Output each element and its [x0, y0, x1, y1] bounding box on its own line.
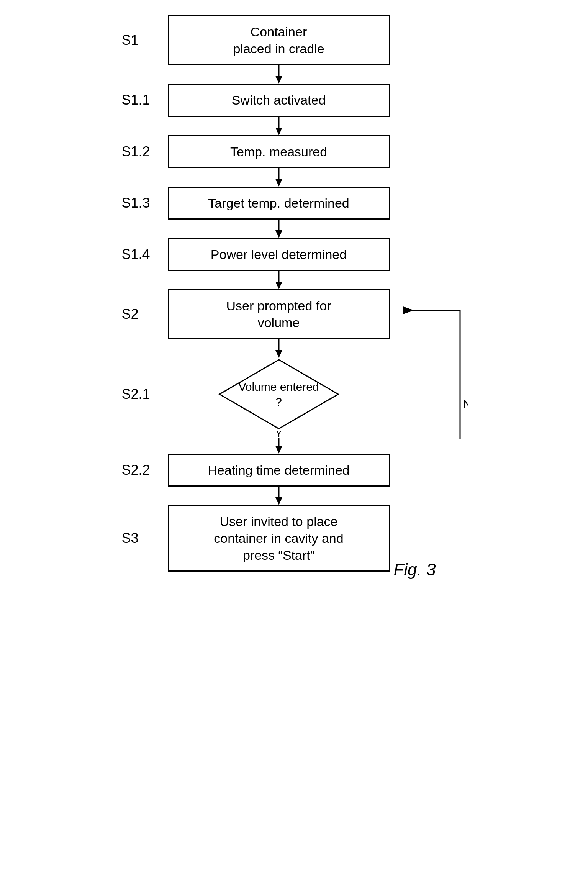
label-s22: S2.2 [122, 462, 168, 478]
box-s2: User prompted forvolume [168, 289, 390, 339]
box-s22: Heating time determined [168, 454, 390, 487]
svg-marker-9 [275, 282, 282, 289]
step-s13-row: S1.3 Target temp. determined [122, 187, 467, 220]
box-s13: Target temp. determined [168, 187, 390, 220]
step-s22-row: S2.2 Heating time determined [122, 454, 467, 487]
figure-label: Fig. 3 [393, 560, 436, 579]
box-s11: Switch activated [168, 84, 390, 116]
box-s14: Power level determined [168, 238, 390, 271]
step-s14-row: S1.4 Power level determined [122, 238, 467, 271]
step-s21-row: S2.1 Volume entered? [122, 358, 467, 431]
step-s12-row: S1.2 Temp. measured [122, 135, 467, 168]
svg-marker-1 [275, 76, 282, 84]
svg-marker-5 [275, 179, 282, 187]
arrow-s21-yes: Y [267, 431, 290, 454]
label-s1: S1 [122, 32, 168, 48]
svg-marker-21 [275, 497, 282, 505]
step-s11-row: S1.1 Switch activated [122, 84, 467, 116]
arrow-s22-s3 [168, 487, 390, 505]
svg-marker-7 [275, 230, 282, 238]
box-s12: Temp. measured [168, 135, 390, 168]
label-s3: S3 [122, 530, 168, 546]
arrow-s1-s11 [168, 65, 390, 84]
arrow-s12-s13 [168, 168, 390, 187]
label-s11: S1.1 [122, 92, 168, 108]
label-s12: S1.2 [122, 144, 168, 160]
diamond-wrapper-s21: Volume entered? [168, 358, 390, 431]
svg-marker-19 [275, 446, 282, 454]
flowchart: S1 Containerplaced in cradle S1.1 Switch… [122, 15, 467, 595]
svg-marker-15 [275, 350, 282, 358]
arrow-s11-s12 [168, 117, 390, 135]
arrow-s14-s2 [168, 271, 390, 289]
step-s1-row: S1 Containerplaced in cradle [122, 15, 467, 65]
label-s13: S1.3 [122, 195, 168, 211]
box-s1: Containerplaced in cradle [168, 15, 390, 65]
diamond-s21: Volume entered? [218, 358, 340, 431]
box-s3: User invited to placecontainer in cavity… [168, 505, 390, 572]
arrow-s13-s14 [168, 220, 390, 238]
label-s21: S2.1 [122, 386, 168, 402]
diamond-text-s21: Volume entered? [238, 379, 319, 409]
label-s2: S2 [122, 306, 168, 322]
label-s14: S1.4 [122, 246, 168, 262]
step-s2-row: S2 User prompted forvolume [122, 289, 467, 339]
svg-marker-3 [275, 128, 282, 135]
arrow-s2-s21 [168, 339, 390, 358]
